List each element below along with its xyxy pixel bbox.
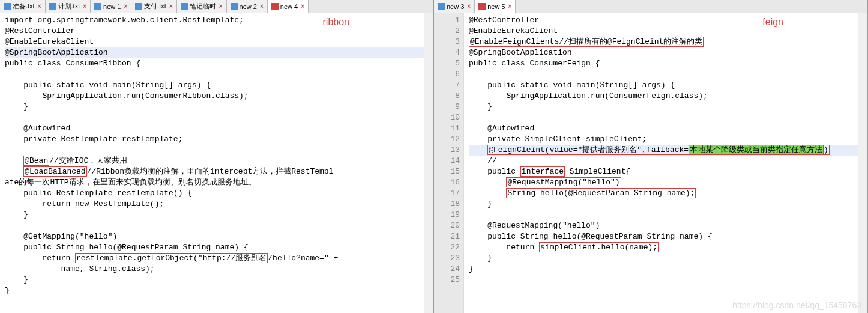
tab-file[interactable]: 笔记临时× bbox=[177, 0, 227, 13]
code-line[interactable]: @SpringBootApplication bbox=[5, 47, 424, 58]
right-pane: new 3× new 5× feign 12345678910111213141… bbox=[434, 0, 868, 313]
line-number: 14 bbox=[434, 156, 460, 166]
code-line[interactable] bbox=[469, 210, 858, 220]
line-number: 2 bbox=[434, 26, 460, 37]
file-icon bbox=[231, 3, 238, 10]
code-line[interactable]: } bbox=[5, 275, 424, 285]
code-line[interactable]: public static void main(String[] args) { bbox=[5, 80, 424, 91]
code-line[interactable]: } bbox=[5, 102, 424, 112]
right-tabbar: new 3× new 5× bbox=[434, 0, 867, 13]
line-number: 24 bbox=[434, 264, 460, 275]
line-number: 13 bbox=[434, 145, 460, 156]
tab-file[interactable]: 计划.txt× bbox=[46, 0, 91, 13]
code-line[interactable]: @Autowired bbox=[5, 123, 424, 134]
line-number: 3 bbox=[434, 37, 460, 47]
code-line[interactable]: public String hello(@RequestParam String… bbox=[5, 242, 424, 253]
code-line[interactable]: SpringApplication.run(ConsumerRibbon.cla… bbox=[5, 91, 424, 102]
left-editor[interactable]: import org.springframework.web.client.Re… bbox=[0, 13, 433, 313]
right-editor[interactable]: 1234567891011121314151617181920212223242… bbox=[434, 13, 867, 313]
line-number: 7 bbox=[434, 80, 460, 91]
tab-file[interactable]: 准备.txt× bbox=[0, 0, 46, 13]
code-line[interactable]: } bbox=[469, 199, 858, 210]
code-line[interactable] bbox=[5, 112, 424, 123]
code-line[interactable]: public interface SimpleClient{ bbox=[469, 166, 858, 177]
code-line[interactable]: import org.springframework.web.client.Re… bbox=[5, 15, 424, 26]
code-line[interactable]: public class ConsumerFeign { bbox=[469, 58, 858, 69]
code-line[interactable]: @EnableFeignClients//扫描所有的@FeignCleint的注… bbox=[469, 37, 858, 47]
tab-file-active[interactable]: new 5× bbox=[475, 0, 516, 13]
close-icon[interactable]: × bbox=[124, 3, 127, 10]
file-icon bbox=[94, 3, 101, 10]
line-number: 15 bbox=[434, 166, 460, 177]
right-gutter: 1234567891011121314151617181920212223242… bbox=[434, 13, 464, 313]
code-line[interactable]: @LoadBalanced//Ribbon负载均衡的注解，里面的intercep… bbox=[5, 166, 424, 177]
code-line[interactable] bbox=[5, 220, 424, 231]
line-number: 25 bbox=[434, 275, 460, 285]
code-line[interactable] bbox=[469, 112, 858, 123]
code-line[interactable]: @RestController bbox=[5, 26, 424, 37]
code-line[interactable]: } bbox=[469, 253, 858, 264]
left-code[interactable]: import org.springframework.web.client.Re… bbox=[0, 13, 424, 313]
line-number: 23 bbox=[434, 253, 460, 264]
code-line[interactable]: } bbox=[469, 102, 858, 112]
code-line[interactable]: public RestTemplate restTemplate() { bbox=[5, 188, 424, 199]
code-line[interactable]: return restTemplate.getForObject("http:/… bbox=[5, 253, 424, 264]
close-icon[interactable]: × bbox=[38, 3, 41, 10]
code-line[interactable]: private RestTemplate restTemplate; bbox=[5, 134, 424, 145]
code-line[interactable]: @SpringBootApplication bbox=[469, 47, 858, 58]
code-line[interactable]: @GetMapping("hello") bbox=[5, 231, 424, 242]
tab-file[interactable]: new 2× bbox=[227, 0, 268, 13]
code-line[interactable]: @EnableEurekaClient bbox=[5, 37, 424, 47]
code-line[interactable]: public String hello(@RequestParam String… bbox=[469, 231, 858, 242]
code-line[interactable]: SpringApplication.run(ConsumerFeign.clas… bbox=[469, 91, 858, 102]
code-line[interactable]: return new RestTemplate(); bbox=[5, 199, 424, 210]
line-number: 4 bbox=[434, 47, 460, 58]
code-line[interactable]: name, String.class); bbox=[5, 264, 424, 275]
line-number: 21 bbox=[434, 231, 460, 242]
code-line[interactable]: private SimpleClient simpleClient; bbox=[469, 134, 858, 145]
close-icon[interactable]: × bbox=[169, 3, 173, 10]
code-line[interactable]: } bbox=[5, 210, 424, 220]
code-line[interactable]: @FeignCleint(value="提供者服务别名",fallback=本地… bbox=[469, 145, 858, 156]
code-line[interactable]: @RequestMapping("hello") bbox=[469, 220, 858, 231]
right-code[interactable]: @RestController@EnableEurekaClient@Enabl… bbox=[464, 13, 858, 313]
code-line[interactable]: @Bean//交给IOC，大家共用 bbox=[5, 156, 424, 166]
code-line[interactable]: } bbox=[469, 264, 858, 275]
code-line[interactable]: @RestController bbox=[469, 15, 858, 26]
code-line[interactable]: public class ConsumerRibbon { bbox=[5, 58, 424, 69]
code-line[interactable]: @EnableEurekaClient bbox=[469, 26, 858, 37]
scrollbar-vertical[interactable] bbox=[424, 13, 433, 313]
code-line[interactable]: } bbox=[5, 285, 424, 296]
close-icon[interactable]: × bbox=[467, 3, 471, 10]
tab-file[interactable]: 支付.txt× bbox=[131, 0, 177, 13]
line-number: 20 bbox=[434, 220, 460, 231]
close-icon[interactable]: × bbox=[83, 3, 86, 10]
scrollbar-vertical[interactable] bbox=[858, 13, 867, 313]
annotation-label: feign bbox=[762, 17, 783, 28]
code-line[interactable]: String hello(@RequestParam String name); bbox=[469, 188, 858, 199]
code-line[interactable] bbox=[469, 69, 858, 80]
line-number: 8 bbox=[434, 91, 460, 102]
code-line[interactable] bbox=[5, 69, 424, 80]
line-number: 16 bbox=[434, 177, 460, 188]
code-line[interactable] bbox=[5, 145, 424, 156]
tab-file-active[interactable]: new 4× bbox=[268, 0, 309, 13]
tab-file[interactable]: new 1× bbox=[91, 0, 131, 13]
line-number: 11 bbox=[434, 123, 460, 134]
close-icon[interactable]: × bbox=[508, 3, 512, 10]
tab-file[interactable]: new 3× bbox=[434, 0, 475, 13]
code-line[interactable]: ate的每一次HTTP请求，在里面来实现负载均衡、别名切换成服务地址。 bbox=[5, 177, 424, 188]
line-number: 1 bbox=[434, 15, 460, 26]
watermark: https://blog.csdn.net/qq_15458763 bbox=[732, 300, 861, 310]
close-icon[interactable]: × bbox=[260, 3, 264, 10]
code-line[interactable]: @RequestMapping("hello") bbox=[469, 177, 858, 188]
code-line[interactable]: @Autowired bbox=[469, 123, 858, 134]
file-icon bbox=[271, 3, 279, 10]
code-line[interactable]: return simpleClient.hello(name); bbox=[469, 242, 858, 253]
close-icon[interactable]: × bbox=[301, 3, 304, 10]
close-icon[interactable]: × bbox=[219, 3, 223, 10]
code-line[interactable]: public static void main(String[] args) { bbox=[469, 80, 858, 91]
code-line[interactable] bbox=[469, 275, 858, 285]
file-icon bbox=[438, 3, 445, 10]
code-line[interactable]: // bbox=[469, 156, 858, 166]
